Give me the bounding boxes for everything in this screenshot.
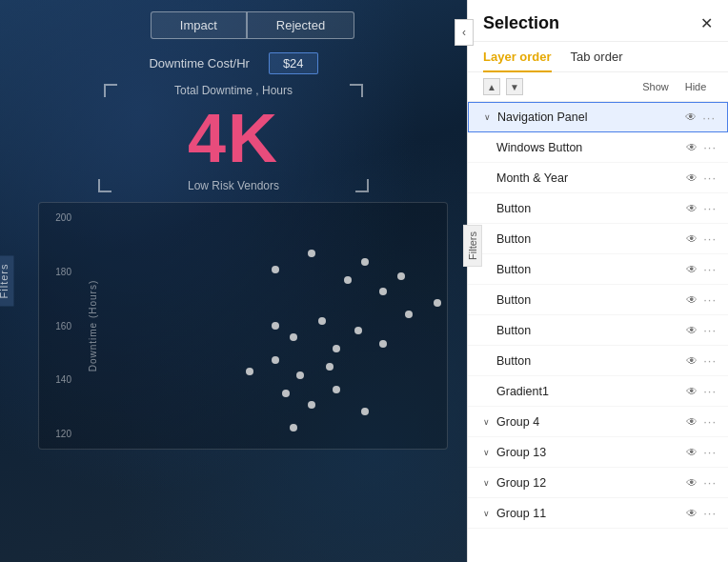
scatter-dot [308, 401, 315, 409]
y-axis: 200 180 160 140 120 [39, 212, 77, 439]
layer-order-tab[interactable]: Layer order [483, 42, 552, 71]
layer-item[interactable]: Button👁··· [468, 285, 728, 315]
more-options-icon[interactable]: ··· [703, 506, 717, 520]
layer-item[interactable]: ∨Group 4👁··· [468, 407, 728, 437]
more-options-icon[interactable]: ··· [703, 475, 717, 490]
scatter-dot [361, 408, 369, 415]
layer-name: Windows Button [496, 141, 686, 154]
hide-column-header: Hide [678, 81, 713, 92]
scatter-dot [379, 288, 387, 295]
layer-item[interactable]: ∨Group 11👁··· [468, 498, 728, 529]
more-options-icon[interactable]: ··· [703, 231, 717, 246]
corner-br [355, 179, 369, 192]
scatter-dot [379, 340, 387, 348]
low-risk-row: Low Risk Vendors [0, 179, 467, 192]
more-options-icon[interactable]: ··· [703, 445, 717, 459]
eye-icon[interactable]: 👁 [686, 263, 698, 276]
y-label-200: 200 [55, 212, 71, 223]
scatter-dot [326, 363, 334, 371]
chevron-icon: ∨ [483, 448, 493, 457]
layer-item[interactable]: ∨Group 13👁··· [468, 437, 728, 468]
collapse-button[interactable]: ‹ [455, 19, 474, 46]
scatter-dot [434, 299, 441, 307]
left-panel: Filters Impact Rejected Downtime Cost/Hr… [0, 0, 467, 562]
layer-item[interactable]: Button👁··· [468, 254, 728, 285]
more-options-icon[interactable]: ··· [703, 414, 717, 429]
scatter-dot [361, 258, 369, 266]
chart-area: Downtime (Hours) 200 180 160 140 120 [38, 202, 448, 450]
eye-icon[interactable]: 👁 [686, 415, 698, 429]
scatter-dot [333, 386, 340, 393]
panel-header: Selection ✕ [468, 0, 728, 42]
eye-icon[interactable]: 👁 [686, 171, 698, 185]
layer-item[interactable]: Button👁··· [468, 224, 728, 254]
layer-name: Button [496, 202, 686, 215]
more-options-icon[interactable]: ··· [703, 384, 717, 398]
tab-order-tab[interactable]: Tab order [571, 42, 623, 71]
rejected-tab[interactable]: Rejected [247, 11, 354, 39]
eye-icon[interactable]: 👁 [686, 476, 698, 490]
eye-icon[interactable]: 👁 [686, 293, 698, 307]
more-options-icon[interactable]: ··· [703, 292, 717, 307]
corner-bl [98, 179, 111, 192]
layer-item[interactable]: Button👁··· [468, 193, 728, 224]
layer-name: Button [496, 293, 686, 307]
eye-icon[interactable]: 👁 [686, 202, 698, 215]
scatter-dot [290, 424, 297, 432]
chevron-icon: ∨ [483, 509, 493, 518]
layer-item[interactable]: Button👁··· [468, 315, 728, 346]
layer-item[interactable]: Gradient1👁··· [468, 376, 728, 407]
show-column-header: Show [638, 81, 673, 92]
layer-name: Button [496, 232, 686, 246]
eye-icon[interactable]: 👁 [686, 324, 698, 337]
layer-item[interactable]: Button👁··· [468, 346, 728, 376]
right-panel: ‹ Filters Selection ✕ Layer order Tab or… [467, 0, 728, 562]
right-filters-label[interactable]: Filters [463, 225, 482, 267]
corner-tl [104, 84, 117, 97]
more-options-icon[interactable]: ··· [703, 353, 717, 368]
layer-name: Button [496, 324, 686, 337]
scatter-dot [318, 317, 326, 325]
close-button[interactable]: ✕ [700, 16, 713, 31]
scatter-dot [308, 250, 315, 257]
y-label-120: 120 [55, 429, 71, 439]
more-options-icon[interactable]: ··· [703, 262, 717, 276]
eye-icon[interactable]: 👁 [686, 354, 698, 368]
layer-name: Gradient1 [496, 385, 686, 398]
more-options-icon[interactable]: ··· [703, 201, 717, 215]
chevron-icon: ∨ [483, 478, 493, 488]
top-tabs: Impact Rejected [38, 0, 467, 39]
sort-up-button[interactable]: ▲ [483, 78, 500, 95]
filters-tab[interactable]: Filters [0, 256, 13, 307]
scatter-dot [296, 371, 304, 379]
cost-value: $24 [269, 52, 318, 74]
scatter-dot [405, 311, 413, 318]
sort-down-button[interactable]: ▼ [506, 78, 523, 95]
eye-icon[interactable]: 👁 [686, 232, 698, 246]
layer-item[interactable]: Windows Button👁··· [468, 132, 728, 163]
chevron-icon: ∨ [484, 112, 494, 122]
total-downtime-label: Total Downtime , Hours [174, 84, 293, 97]
cost-row: Downtime Cost/Hr $24 [0, 52, 467, 74]
impact-tab[interactable]: Impact [151, 11, 247, 39]
total-downtime-row: Total Downtime , Hours [0, 84, 467, 97]
eye-icon[interactable]: 👁 [685, 110, 697, 124]
eye-icon[interactable]: 👁 [686, 385, 698, 398]
more-options-icon[interactable]: ··· [702, 110, 716, 125]
scatter-dot [290, 333, 297, 341]
layer-item[interactable]: ∨Group 12👁··· [468, 468, 728, 498]
eye-icon[interactable]: 👁 [686, 446, 698, 459]
layer-name: Button [496, 263, 686, 276]
eye-icon[interactable]: 👁 [686, 141, 698, 154]
more-options-icon[interactable]: ··· [703, 323, 717, 337]
more-options-icon[interactable]: ··· [703, 171, 717, 185]
layer-item[interactable]: Month & Year👁··· [468, 163, 728, 193]
eye-icon[interactable]: 👁 [686, 507, 698, 520]
more-options-icon[interactable]: ··· [703, 140, 717, 154]
scatter-dot [397, 272, 405, 280]
sort-row: ▲ ▼ Show Hide [468, 72, 728, 102]
layer-item[interactable]: ∨Navigation Panel👁··· [468, 102, 728, 132]
scatter-plot [77, 212, 437, 439]
scatter-dot [354, 327, 362, 334]
scatter-dot [344, 276, 352, 284]
